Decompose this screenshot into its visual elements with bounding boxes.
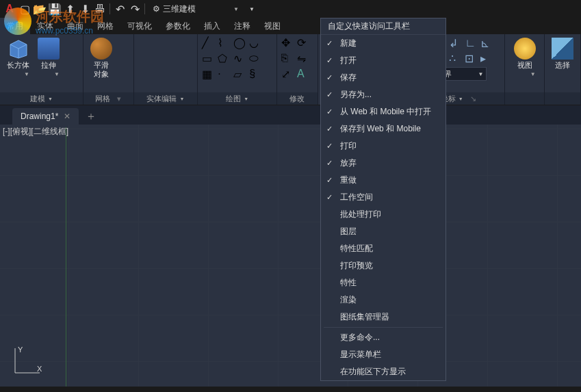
menu-item-label: 图纸集管理器 <box>340 311 389 323</box>
drawing-canvas[interactable]: [-][俯视][二维线框] YX <box>0 125 581 387</box>
app-icon[interactable]: A <box>3 2 16 16</box>
new-icon[interactable]: ▢ <box>18 2 31 16</box>
copy-icon[interactable]: ⎘ <box>281 52 295 66</box>
mirror-icon[interactable]: ⇋ <box>297 52 311 66</box>
menu-item[interactable]: ✓放弃 <box>321 155 446 172</box>
ucs-origin-icon[interactable]: ∟ <box>465 37 478 51</box>
tab-parametric[interactable]: 参数化 <box>159 18 197 34</box>
smooth-button[interactable]: 平滑 对象 <box>88 36 115 80</box>
open-icon[interactable]: 📂 <box>33 2 47 16</box>
add-tab-button[interactable]: ＋ <box>83 108 99 125</box>
point-icon[interactable]: · <box>218 68 231 81</box>
workspace-dropdown[interactable]: ⚙ 三维建模 ▼ <box>148 3 244 16</box>
doc-tab-1[interactable]: Drawing1* ✕ <box>12 108 79 125</box>
ucs-z-icon[interactable]: ⊾ <box>480 37 494 51</box>
check-icon: ✓ <box>326 90 333 99</box>
extrude-button[interactable]: 拉伸 ▼ <box>35 36 62 79</box>
panel-solid-edit: 实体编辑▼ <box>134 34 198 105</box>
menu-item-label: 在功能区下方显示 <box>340 366 406 378</box>
menu-separator <box>324 327 443 328</box>
y-axis-line <box>66 127 66 389</box>
ucs-face-icon[interactable]: ▸ <box>480 52 494 66</box>
menu-footer-item[interactable]: 在功能区下方显示 <box>321 363 446 380</box>
box-label: 长方体 <box>7 61 29 70</box>
scale-icon[interactable]: ⤢ <box>281 68 295 81</box>
qat-customize-icon[interactable]: ▼ <box>245 2 259 16</box>
menu-item[interactable]: 特性 <box>321 274 446 291</box>
menu-item[interactable]: 特性匹配 <box>321 240 446 257</box>
viewport-label[interactable]: [-][俯视][二维线框] <box>3 126 68 138</box>
menu-item-label: 保存 <box>340 72 357 83</box>
menu-item[interactable]: ✓打印 <box>321 138 446 155</box>
tab-annotate[interactable]: 注释 <box>227 18 257 34</box>
panel-mesh-title[interactable]: 网格▾ <box>83 92 133 105</box>
ucs-obj-icon[interactable]: ⊡ <box>465 52 478 66</box>
view-button[interactable]: 视图 ▼ <box>511 36 539 79</box>
panel-mesh: 平滑 对象 网格▾ <box>83 34 134 105</box>
qat-customize-menu: 自定义快速访问工具栏 ✓新建✓打开✓保存✓另存为...✓从 Web 和 Mobi… <box>320 18 446 381</box>
circle-icon[interactable]: ◯ <box>233 36 247 50</box>
redo-icon[interactable]: ↷ <box>128 2 142 16</box>
text-icon[interactable]: A <box>297 68 311 81</box>
save-cloud-icon[interactable]: ⬆ <box>63 2 77 16</box>
rectangle-icon[interactable]: ▭ <box>202 52 216 66</box>
check-icon: ✓ <box>326 56 333 65</box>
menu-item[interactable]: ✓从 Web 和 Mobile 中打开 <box>321 103 446 120</box>
close-icon[interactable]: ✕ <box>64 112 70 121</box>
box-button[interactable]: 长方体 ▼ <box>4 36 32 79</box>
panel-draw: ╱⌇◯◡ ▭⬠∿⬭ ▦·▱§ 绘图▼ <box>198 34 277 105</box>
tab-mesh[interactable]: 网格 <box>90 18 120 34</box>
ellipse-icon[interactable]: ⬭ <box>249 52 263 66</box>
rotate-icon[interactable]: ⟳ <box>297 36 311 50</box>
tab-solid[interactable]: 实体 <box>30 18 60 34</box>
check-icon: ✓ <box>326 176 333 185</box>
tab-insert[interactable]: 插入 <box>197 18 227 34</box>
polygon-icon[interactable]: ⬠ <box>218 52 231 66</box>
menu-item[interactable]: ✓保存到 Web 和 Mobile <box>321 120 446 138</box>
menu-item[interactable]: 图层 <box>321 223 446 240</box>
menu-item[interactable]: 批处理打印 <box>321 206 446 223</box>
menu-item[interactable]: ✓另存为... <box>321 86 446 103</box>
panel-draw-title[interactable]: 绘图▼ <box>198 92 276 105</box>
hatch-icon[interactable]: ▦ <box>202 68 216 81</box>
ucs-3p-icon[interactable]: ∴ <box>449 52 463 66</box>
menu-footer-item[interactable]: 显示菜单栏 <box>321 346 446 363</box>
tab-visualize[interactable]: 可视化 <box>120 18 159 34</box>
move-icon[interactable]: ✥ <box>281 36 295 50</box>
menu-item[interactable]: ✓打开 <box>321 52 446 69</box>
select-button[interactable]: 选择 <box>549 36 576 71</box>
arc-icon[interactable]: ◡ <box>249 36 263 50</box>
save-icon[interactable]: 💾 <box>48 2 62 16</box>
ribbon-tabs: 常用 实体 曲面 网格 可视化 参数化 插入 注释 视图 <box>0 18 581 34</box>
menu-item[interactable]: ✓保存 <box>321 69 446 86</box>
line-icon[interactable]: ╱ <box>202 36 216 50</box>
ribbon: 长方体 ▼ 拉伸 ▼ 建模▼ 平滑 对象 <box>0 34 581 105</box>
menu-item[interactable]: ✓重做 <box>321 172 446 189</box>
view-icon <box>514 38 536 60</box>
menu-item[interactable]: ✓工作空间 <box>321 189 446 206</box>
polyline-icon[interactable]: ⌇ <box>218 36 231 50</box>
menu-item-label: 打印 <box>340 140 357 152</box>
undo-icon[interactable]: ↶ <box>113 2 127 16</box>
chevron-down-icon: ▼ <box>54 71 60 77</box>
menu-item[interactable]: 图纸集管理器 <box>321 309 446 326</box>
open-cloud-icon[interactable]: ⬇ <box>78 2 92 16</box>
region-icon[interactable]: ▱ <box>233 68 247 81</box>
spline-icon[interactable]: ∿ <box>233 52 247 66</box>
panel-model-title[interactable]: 建模▼ <box>0 92 83 105</box>
separator <box>144 3 145 14</box>
menu-footer-item[interactable]: 更多命令... <box>321 329 446 346</box>
menu-item-label: 渲染 <box>340 294 357 306</box>
panel-solid-title[interactable]: 实体编辑▼ <box>134 92 198 105</box>
menu-item[interactable]: 打印预览 <box>321 257 446 274</box>
tab-surface[interactable]: 曲面 <box>60 18 90 34</box>
tab-view[interactable]: 视图 <box>257 18 287 34</box>
menu-header: 自定义快速访问工具栏 <box>321 18 446 35</box>
menu-item[interactable]: ✓新建 <box>321 35 446 52</box>
menu-item[interactable]: 渲染 <box>321 291 446 309</box>
ucs-prev-icon[interactable]: ↲ <box>449 37 463 51</box>
tab-home[interactable]: 常用 <box>0 18 30 34</box>
helix-icon[interactable]: § <box>249 68 263 81</box>
panel-modify-title[interactable]: 修改 <box>277 92 318 105</box>
print-icon[interactable]: 🖶 <box>93 2 107 16</box>
